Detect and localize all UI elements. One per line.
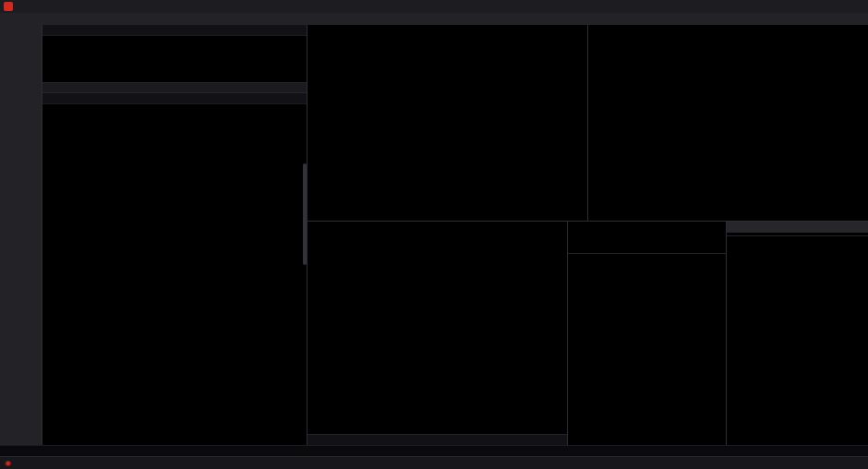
money-flow-panel [727, 222, 868, 445]
tab-bar [0, 13, 868, 25]
minute-chart-panel[interactable] [307, 25, 588, 221]
order-book-panel [568, 222, 727, 445]
self-table-header [42, 93, 307, 104]
transaction-list [727, 236, 868, 445]
connection-icon: ◉ [5, 459, 11, 467]
news-ticker[interactable] [0, 445, 868, 456]
tdx-app: ◉ [0, 0, 868, 469]
index-chart-panel[interactable] [588, 25, 868, 221]
daily-chart-header [307, 222, 567, 234]
title-bar [0, 0, 868, 13]
daily-kline-chart[interactable] [307, 234, 568, 434]
charts-zone [307, 25, 868, 445]
status-bar: ◉ [0, 456, 868, 469]
order-book [568, 248, 726, 250]
minute-chart[interactable] [307, 37, 588, 222]
quote-tables [42, 25, 307, 445]
self-select-group-bar[interactable] [42, 82, 307, 93]
main-area [0, 25, 868, 445]
watch-table-header [42, 25, 307, 36]
table-scrollbar[interactable] [303, 163, 307, 265]
app-logo-icon [4, 2, 13, 11]
sidebar [0, 25, 42, 445]
minute-chart-header [307, 25, 587, 37]
indicator-tabs [307, 434, 567, 445]
quote-stats [568, 253, 726, 256]
daily-chart-panel[interactable] [307, 222, 568, 445]
self-select-table [42, 104, 307, 445]
index-chart[interactable] [588, 37, 867, 222]
table-spacer [42, 36, 307, 82]
index-chart-header [588, 25, 868, 37]
